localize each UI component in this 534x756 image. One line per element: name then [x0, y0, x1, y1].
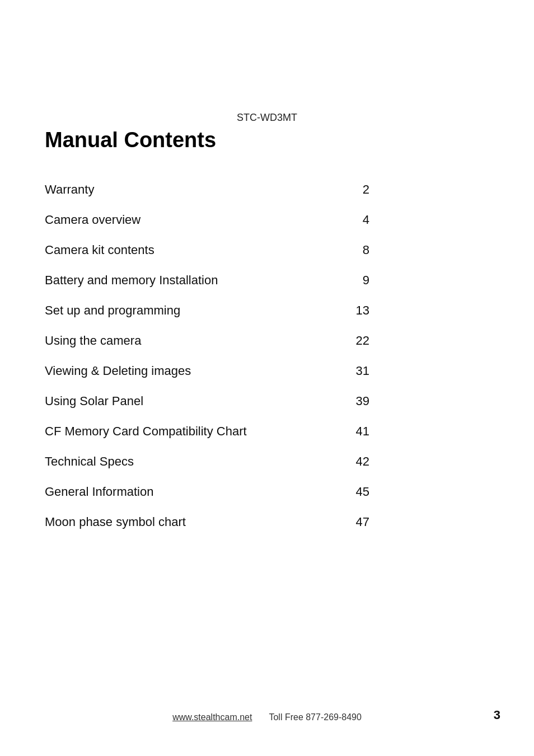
toc-item: Warranty2: [45, 175, 369, 205]
toc-item-page: 47: [347, 515, 369, 529]
toc-item: Technical Specs42: [45, 447, 369, 477]
toc-item-label: Using the camera: [45, 334, 141, 348]
table-of-contents: Warranty2Camera overview4Camera kit cont…: [45, 175, 369, 537]
toc-item-label: Set up and programming: [45, 303, 180, 318]
phone-number: Toll Free 877-269-8490: [269, 712, 361, 722]
toc-item-label: Technical Specs: [45, 454, 134, 469]
toc-item-page: 31: [347, 364, 369, 378]
toc-item: Viewing & Deleting images31: [45, 356, 369, 386]
toc-item: Battery and memory Installation9: [45, 265, 369, 295]
toc-item-label: Camera kit contents: [45, 243, 154, 257]
footer: www.stealthcam.net Toll Free 877-269-849…: [0, 712, 534, 722]
toc-item-label: Camera overview: [45, 213, 140, 227]
toc-item: Camera overview4: [45, 205, 369, 235]
toc-item: Using the camera22: [45, 326, 369, 356]
toc-item-label: Battery and memory Installation: [45, 273, 218, 288]
page: STC-WD3MT Manual Contents Warranty2Camer…: [0, 0, 534, 756]
toc-item-page: 2: [347, 182, 369, 197]
toc-item-page: 45: [347, 485, 369, 499]
model-number: STC-WD3MT: [45, 112, 489, 124]
toc-item-page: 4: [347, 213, 369, 227]
toc-item-label: Using Solar Panel: [45, 394, 143, 408]
toc-item-page: 39: [347, 394, 369, 408]
toc-item-page: 9: [347, 273, 369, 288]
toc-item-page: 8: [347, 243, 369, 257]
toc-item-label: Warranty: [45, 182, 94, 197]
website-link[interactable]: www.stealthcam.net: [172, 712, 252, 722]
toc-item-page: 42: [347, 454, 369, 469]
toc-item: Moon phase symbol chart47: [45, 507, 369, 537]
toc-item: Camera kit contents8: [45, 235, 369, 265]
toc-item-label: CF Memory Card Compatibility Chart: [45, 424, 247, 439]
toc-item-label: Moon phase symbol chart: [45, 515, 186, 529]
toc-item: Set up and programming13: [45, 295, 369, 326]
toc-item-label: General Information: [45, 485, 153, 499]
page-title: Manual Contents: [45, 128, 489, 152]
toc-item-label: Viewing & Deleting images: [45, 364, 191, 378]
toc-item: General Information45: [45, 477, 369, 507]
toc-item: Using Solar Panel39: [45, 386, 369, 416]
page-number: 3: [494, 708, 500, 722]
toc-item-page: 13: [347, 303, 369, 318]
toc-item-page: 41: [347, 424, 369, 439]
toc-item: CF Memory Card Compatibility Chart41: [45, 416, 369, 447]
toc-item-page: 22: [347, 334, 369, 348]
